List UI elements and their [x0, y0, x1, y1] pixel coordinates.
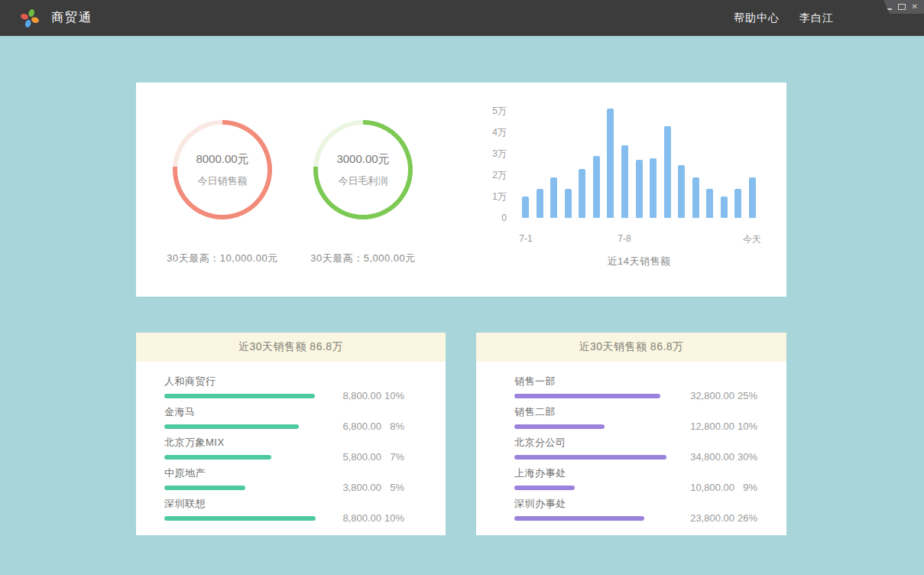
rank-item-bar — [164, 424, 299, 429]
rank-item-name: 销售二部 — [514, 406, 605, 418]
rank-item: 金海马 6,800.00 8% — [136, 406, 446, 429]
chart-bar — [664, 126, 671, 218]
chart-bar — [749, 177, 756, 218]
rank-item-percent: 30% — [734, 451, 757, 463]
minimize-button[interactable] — [885, 5, 892, 10]
rank-item-name: 北京万象MIX — [164, 437, 271, 449]
rank-item-percent: 8% — [381, 421, 404, 432]
rank-item: 销售二部 12,800.00 10% — [476, 406, 786, 429]
rank-item-name: 深圳办事处 — [514, 498, 644, 510]
rank-item-percent: 7% — [381, 451, 404, 463]
chart-y-axis: 5万 4万 3万 2万 1万 0 — [465, 83, 507, 297]
user-name-link[interactable]: 李白江 — [799, 11, 834, 25]
chart-bar — [522, 197, 529, 218]
chart-title: 近14天销售额 — [522, 255, 756, 268]
rank-item-percent: 10% — [734, 421, 757, 432]
rank-item-bar — [514, 394, 660, 398]
rank-item-bar — [514, 455, 666, 460]
rank-item: 上海办事处 10,800.00 9% — [476, 467, 786, 490]
chart-bar — [692, 177, 699, 218]
profit-gauge-value: 3000.00元 — [336, 152, 389, 167]
chart-bar — [636, 160, 643, 218]
minimize-icon — [885, 8, 892, 10]
close-button[interactable]: ✕ — [912, 3, 918, 11]
chart-bar — [650, 158, 657, 218]
x-axis-tick: 7-8 — [618, 233, 631, 244]
titlebar-links: 帮助中心 李白江 — [734, 11, 834, 25]
rank-item-bar — [164, 486, 245, 490]
chart-bar — [607, 109, 614, 218]
rank-item-name: 北京分公司 — [514, 437, 666, 449]
x-axis-tick: 今天 — [743, 233, 761, 246]
overview-card: 8000.00元 今日销售额 30天最高：10,000.00元 3000.00元… — [136, 83, 786, 297]
pinwheel-logo-icon — [20, 8, 40, 28]
rank-item-amount: 10,800.00 — [681, 482, 734, 493]
window-controls: ✕ — [875, 0, 924, 14]
y-axis-tick: 4万 — [492, 127, 507, 138]
rank-item-percent: 10% — [381, 390, 404, 401]
customer-rank-card: 近30天销售额 86.8万 人和商贸行 8,800.00 10% 金海马 6,8… — [136, 333, 446, 535]
chart-bar — [550, 177, 557, 218]
title-bar: 商贸通 帮助中心 李白江 ✕ — [0, 0, 924, 36]
rank-item-name: 深圳联想 — [164, 498, 316, 510]
help-center-link[interactable]: 帮助中心 — [734, 11, 780, 25]
profit-gauge-ring: 3000.00元 今日毛利润 — [313, 120, 413, 219]
rank-item-bar — [514, 424, 605, 429]
rank-item-amount: 3,800.00 — [328, 482, 381, 493]
y-axis-tick: 1万 — [492, 191, 507, 202]
rank-item-amount: 12,800.00 — [681, 421, 734, 432]
sales-trend-chart-bars — [522, 103, 756, 218]
chart-bar — [621, 145, 628, 218]
y-axis-tick: 3万 — [492, 148, 507, 159]
rank-item-amount: 6,800.00 — [328, 421, 381, 432]
rank-item-amount: 34,800.00 — [681, 451, 734, 463]
chart-x-axis: 7-1 7-8 今天 — [522, 233, 756, 245]
customer-rank-list: 人和商贸行 8,800.00 10% 金海马 6,800.00 8% 北京万象M… — [136, 362, 446, 521]
rank-item-bar — [164, 455, 271, 460]
chart-bar — [721, 197, 728, 218]
rank-item: 北京万象MIX 5,800.00 7% — [136, 437, 446, 460]
rank-item-percent: 5% — [381, 482, 404, 493]
department-rank-card: 近30天销售额 86.8万 销售一部 32,800.00 25% 销售二部 12… — [476, 333, 786, 535]
rank-item-name: 金海马 — [164, 406, 299, 418]
rank-item-name: 销售一部 — [514, 375, 660, 388]
customer-rank-title: 近30天销售额 86.8万 — [136, 333, 446, 362]
chart-bar — [593, 156, 600, 218]
rank-item-bar — [164, 516, 316, 521]
maximize-button[interactable] — [898, 4, 906, 10]
department-rank-list: 销售一部 32,800.00 25% 销售二部 12,800.00 10% 北京… — [476, 362, 786, 521]
profit-gauge-label: 今日毛利润 — [339, 174, 388, 188]
today-sales-gauge: 8000.00元 今日销售额 30天最高：10,000.00元 — [146, 120, 299, 265]
rank-item-amount: 23,800.00 — [681, 512, 734, 524]
rank-item-percent: 26% — [734, 512, 757, 524]
sales-gauge-ring: 8000.00元 今日销售额 — [173, 120, 272, 219]
rank-item: 人和商贸行 8,800.00 10% — [136, 375, 446, 398]
rank-item-name: 上海办事处 — [514, 467, 575, 479]
rank-item-amount: 5,800.00 — [328, 451, 381, 463]
department-rank-title: 近30天销售额 86.8万 — [476, 333, 786, 362]
rank-item-name: 中原地产 — [164, 467, 245, 479]
today-profit-gauge: 3000.00元 今日毛利润 30天最高：5,000.00元 — [287, 120, 439, 265]
rank-item: 销售一部 32,800.00 25% — [476, 375, 786, 398]
rank-item: 深圳联想 8,800.00 10% — [136, 498, 446, 521]
chart-bar — [678, 165, 685, 218]
rank-item-bar — [164, 394, 315, 398]
rank-item-bar — [514, 516, 644, 521]
rank-item-amount: 8,800.00 — [328, 512, 381, 524]
app-brand: 商贸通 — [20, 8, 92, 28]
rank-item: 北京分公司 34,800.00 30% — [476, 437, 786, 460]
rank-item: 深圳办事处 23,800.00 26% — [476, 498, 786, 521]
rank-item-amount: 32,800.00 — [681, 390, 734, 401]
profit-gauge-caption: 30天最高：5,000.00元 — [287, 252, 439, 265]
rank-item-percent: 9% — [734, 482, 757, 493]
rank-item-name: 人和商贸行 — [164, 375, 315, 388]
chart-bar — [565, 189, 572, 218]
chart-bar — [579, 169, 585, 218]
sales-gauge-label: 今日销售额 — [198, 174, 248, 188]
rank-item-bar — [514, 486, 575, 490]
rank-item-percent: 25% — [734, 390, 757, 401]
chart-bar — [706, 189, 713, 218]
rank-item: 中原地产 3,800.00 5% — [136, 467, 446, 490]
rank-item-amount: 8,800.00 — [328, 390, 381, 401]
app-title: 商贸通 — [51, 10, 92, 26]
